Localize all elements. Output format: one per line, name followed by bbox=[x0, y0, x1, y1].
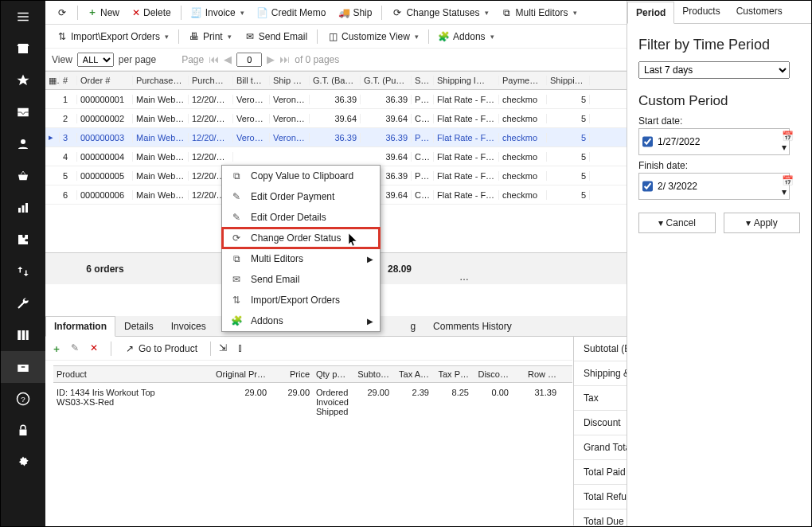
finish-date-field[interactable] bbox=[658, 181, 777, 192]
tab-information[interactable]: Information bbox=[45, 316, 115, 337]
multi-editors-button[interactable]: ⧉Multi Editors bbox=[497, 6, 582, 20]
person-icon[interactable] bbox=[1, 128, 45, 160]
toolbar-row-2: ⇅Import\Export Orders 🖶Print ✉Send Email… bbox=[45, 25, 627, 49]
tab-details[interactable]: Details bbox=[115, 316, 162, 336]
collapse-icon[interactable]: ⇲ bbox=[219, 342, 232, 355]
ctx-edit-order-details[interactable]: ✎Edit Order Details bbox=[222, 207, 380, 228]
send-email-button[interactable]: ✉Send Email bbox=[240, 29, 312, 44]
filter-icon: ▾ bbox=[746, 217, 751, 228]
columns-icon[interactable] bbox=[1, 319, 45, 351]
split-icon[interactable]: ⫿ bbox=[238, 342, 251, 355]
swap-icon[interactable] bbox=[1, 256, 45, 287]
delete-icon[interactable]: ✕ bbox=[90, 342, 103, 355]
table-row[interactable]: 2000000002Main Websit…12/20/2…Veroni…Ver… bbox=[45, 109, 627, 128]
col-header[interactable]: Shipping I… bbox=[434, 76, 499, 85]
go-to-product-button[interactable]: ↗Go to Product bbox=[119, 342, 202, 356]
invoice-button[interactable]: 🧾Invoice bbox=[186, 6, 249, 20]
drawer-icon[interactable] bbox=[1, 351, 45, 383]
col-header[interactable]: # bbox=[60, 76, 77, 85]
basket-icon[interactable] bbox=[1, 160, 45, 192]
refresh-button[interactable]: ⟳ bbox=[52, 6, 72, 20]
invoice-icon: 🧾 bbox=[191, 7, 202, 18]
inbox-icon[interactable] bbox=[1, 96, 45, 128]
swap-icon: ⇅ bbox=[230, 294, 243, 306]
tab-g[interactable]: g bbox=[401, 316, 424, 336]
apply-button[interactable]: ▾Apply bbox=[724, 213, 801, 233]
gear-icon[interactable] bbox=[1, 447, 45, 478]
col-header[interactable]: Order # bbox=[77, 76, 133, 85]
col-header[interactable]: Ship … bbox=[270, 76, 310, 85]
finish-date-check[interactable] bbox=[642, 181, 653, 192]
product-row[interactable]: ID: 1434 Iris Workout Top WS03-XS-Red 29… bbox=[53, 383, 572, 418]
table-row[interactable]: 1000000001Main Websit…12/20/2…Veroni…Ver… bbox=[45, 90, 627, 109]
ctx-import-export-orders[interactable]: ⇅Import/Export Orders bbox=[222, 290, 380, 310]
col-header[interactable]: Payme… bbox=[499, 76, 547, 85]
col-header[interactable]: G.T. (Base) bbox=[310, 76, 361, 85]
start-date-input[interactable]: 📅▾ bbox=[638, 128, 790, 155]
first-page-icon[interactable]: ⏮ bbox=[209, 53, 219, 65]
tab-products[interactable]: Products bbox=[674, 1, 728, 23]
puzzle-icon: 🧩 bbox=[230, 314, 243, 327]
addons-button[interactable]: 🧩Addons bbox=[434, 29, 499, 44]
svg-point-2 bbox=[21, 139, 25, 144]
footer-dots: … bbox=[459, 271, 469, 283]
calendar-icon[interactable]: 📅▾ bbox=[782, 175, 794, 197]
period-select[interactable]: Last 7 days bbox=[638, 61, 790, 79]
help-icon[interactable]: ? bbox=[1, 383, 45, 415]
ctx-multi-editors[interactable]: ⧉Multi Editors▶ bbox=[222, 248, 380, 269]
credit-memo-button[interactable]: 📄Credit Memo bbox=[252, 6, 331, 20]
add-icon[interactable]: ＋ bbox=[52, 342, 64, 355]
print-button[interactable]: 🖶Print bbox=[184, 29, 236, 44]
ctx-addons[interactable]: 🧩Addons▶ bbox=[222, 310, 380, 331]
prev-page-icon[interactable]: ◀ bbox=[224, 53, 232, 65]
tab-invoices[interactable]: Invoices bbox=[162, 316, 215, 336]
col-header[interactable]: ▦ bbox=[45, 76, 60, 86]
start-date-check[interactable] bbox=[642, 136, 653, 147]
last-page-icon[interactable]: ⏭ bbox=[279, 53, 290, 65]
chart-icon[interactable] bbox=[1, 192, 45, 224]
col-header[interactable]: G.T. (Purc… bbox=[361, 76, 412, 85]
table-row[interactable]: 4000000004Main Websit…12/20/…39.64Cl…Fla… bbox=[45, 147, 627, 166]
col-header[interactable]: Bill t… bbox=[233, 76, 270, 85]
edit-icon: ✎ bbox=[230, 190, 243, 203]
edit-icon[interactable]: ✎ bbox=[71, 342, 84, 355]
of-pages-label: of 0 pages bbox=[295, 54, 339, 65]
import-export-button[interactable]: ⇅Import\Export Orders bbox=[52, 29, 174, 44]
next-page-icon[interactable]: ▶ bbox=[267, 53, 275, 65]
start-date-field[interactable] bbox=[658, 136, 777, 147]
store-icon[interactable] bbox=[1, 33, 45, 64]
puzzle-icon[interactable] bbox=[1, 224, 45, 256]
wrench-icon[interactable] bbox=[1, 287, 45, 319]
col-header[interactable]: Shippin… bbox=[547, 76, 590, 85]
left-sidebar: ? bbox=[1, 1, 45, 527]
col-header[interactable]: Purch… bbox=[189, 76, 233, 85]
cancel-button[interactable]: ▾Cancel bbox=[638, 213, 716, 233]
change-statuses-button[interactable]: ⟳Change Statuses bbox=[387, 6, 493, 20]
detail-toolbar: ＋ ✎ ✕ ↗Go to Product ⇲ ⫿ bbox=[45, 337, 572, 361]
table-row[interactable]: ▸3000000003Main Websit…12/20/2…Veron…Ver… bbox=[45, 128, 627, 147]
start-date-label: Start date: bbox=[638, 115, 800, 127]
ctx-copy-value-to-clipboard[interactable]: ⧉Copy Value to Clipboard bbox=[222, 166, 380, 186]
col-header[interactable]: S… bbox=[412, 76, 434, 85]
tab-comments-history[interactable]: Comments History bbox=[424, 316, 521, 336]
plus-icon: ＋ bbox=[88, 6, 97, 19]
col-header[interactable]: Purchased … bbox=[133, 76, 189, 85]
star-icon[interactable] bbox=[1, 64, 45, 96]
finish-date-input[interactable]: 📅▾ bbox=[638, 173, 790, 200]
svg-rect-8 bbox=[26, 330, 29, 340]
lock-icon[interactable] bbox=[1, 415, 45, 447]
new-button[interactable]: ＋New bbox=[83, 4, 124, 21]
delete-button[interactable]: ✕Delete bbox=[127, 6, 176, 20]
calendar-icon[interactable]: 📅▾ bbox=[782, 131, 794, 153]
page-input[interactable] bbox=[236, 53, 262, 67]
tab-customers[interactable]: Customers bbox=[728, 1, 791, 23]
tab-period[interactable]: Period bbox=[627, 2, 674, 24]
edit-icon: ✎ bbox=[230, 211, 243, 224]
ship-button[interactable]: 🚚Ship bbox=[334, 6, 377, 20]
ctx-send-email[interactable]: ✉Send Email bbox=[222, 269, 380, 290]
customize-view-button[interactable]: ◫Customize View bbox=[322, 29, 424, 44]
svg-text:?: ? bbox=[21, 395, 25, 404]
ctx-edit-order-payment[interactable]: ✎Edit Order Payment bbox=[222, 186, 380, 207]
view-select[interactable]: ALL bbox=[77, 53, 114, 67]
menu-icon[interactable] bbox=[1, 1, 45, 33]
